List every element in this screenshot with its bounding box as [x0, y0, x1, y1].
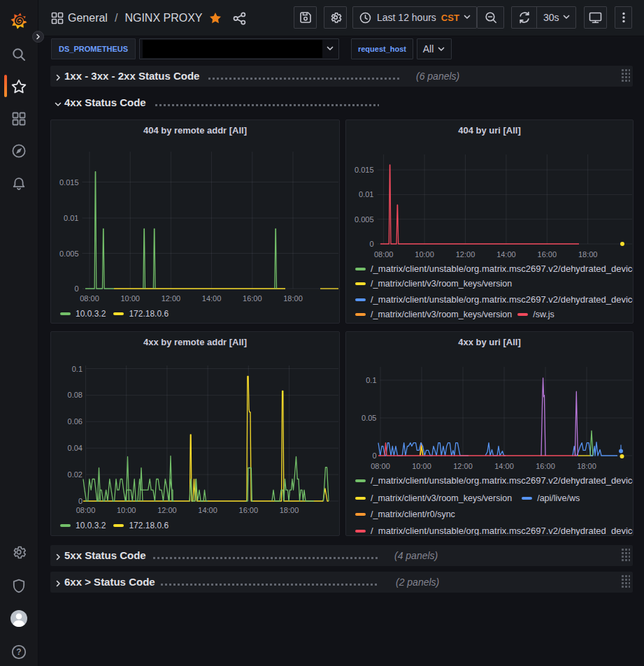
svg-text:16:00: 16:00: [239, 506, 259, 514]
svg-text:14:00: 14:00: [496, 250, 516, 259]
svg-text:16:00: 16:00: [536, 462, 555, 470]
svg-text:14:00: 14:00: [494, 462, 514, 470]
svg-text:18:00: 18:00: [578, 250, 598, 259]
svg-text:10:00: 10:00: [117, 506, 136, 514]
svg-text:14:00: 14:00: [202, 294, 222, 303]
svg-text:16:00: 16:00: [538, 250, 557, 259]
svg-text:0.015: 0.015: [355, 166, 374, 174]
svg-text:0: 0: [369, 240, 373, 248]
svg-text:0.01: 0.01: [359, 190, 373, 198]
svg-text:0.06: 0.06: [68, 417, 83, 426]
svg-text:0.05: 0.05: [362, 414, 376, 422]
svg-text:0.005: 0.005: [355, 215, 374, 224]
svg-text:16:00: 16:00: [243, 294, 262, 303]
svg-text:12:00: 12:00: [453, 462, 473, 470]
svg-text:0.015: 0.015: [59, 178, 79, 187]
svg-text:0.005: 0.005: [59, 249, 79, 258]
svg-text:0.04: 0.04: [68, 444, 83, 452]
svg-text:0.02: 0.02: [68, 470, 83, 479]
svg-text:08:00: 08:00: [76, 506, 96, 514]
svg-text:18:00: 18:00: [577, 462, 596, 470]
svg-text:0: 0: [74, 284, 78, 293]
svg-text:18:00: 18:00: [280, 506, 299, 514]
svg-text:0: 0: [78, 497, 83, 505]
svg-text:0: 0: [372, 451, 376, 460]
svg-text:0.08: 0.08: [68, 391, 83, 399]
svg-text:0.01: 0.01: [64, 214, 78, 222]
svg-text:08:00: 08:00: [371, 462, 390, 470]
svg-text:0.1: 0.1: [72, 365, 83, 373]
svg-text:?: ?: [16, 647, 21, 657]
svg-text:10:00: 10:00: [415, 250, 434, 259]
svg-text:12:00: 12:00: [162, 294, 181, 303]
svg-text:18:00: 18:00: [283, 294, 303, 303]
svg-text:14:00: 14:00: [198, 506, 217, 514]
svg-text:10:00: 10:00: [412, 462, 431, 470]
svg-text:0.1: 0.1: [366, 376, 376, 384]
svg-text:08:00: 08:00: [80, 294, 99, 303]
svg-text:08:00: 08:00: [374, 250, 394, 259]
svg-text:12:00: 12:00: [456, 250, 475, 259]
svg-text:10:00: 10:00: [120, 294, 140, 303]
svg-text:12:00: 12:00: [157, 506, 177, 514]
